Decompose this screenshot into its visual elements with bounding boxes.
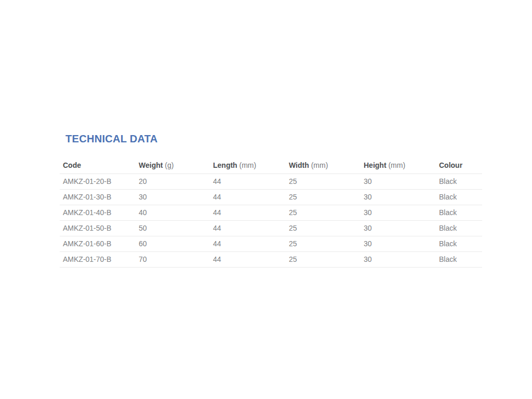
column-header-weight: Weight (g) [136,158,210,174]
cell-length: 44 [210,205,286,221]
column-header-height: Height (mm) [361,158,436,174]
column-header-colour: Colour [436,158,482,174]
column-unit-width: (mm) [309,161,328,169]
column-unit-weight: (g) [163,161,174,169]
cell-width: 25 [286,190,361,205]
table-row: AMKZ-01-40-B40442530Black [60,205,482,221]
cell-height: 30 [361,236,436,252]
cell-weight: 30 [136,190,210,205]
cell-height: 30 [361,252,436,268]
cell-code: AMKZ-01-70-B [60,252,136,268]
technical-data-title: TECHNICAL DATA [65,133,158,145]
column-unit-height: (mm) [387,161,406,169]
cell-height: 30 [361,190,436,205]
table-row: AMKZ-01-60-B60442530Black [60,236,482,252]
cell-colour: Black [436,205,482,221]
cell-weight: 20 [136,174,210,190]
cell-colour: Black [436,221,482,236]
cell-code: AMKZ-01-50-B [60,221,136,236]
cell-width: 25 [286,252,361,268]
cell-code: AMKZ-01-60-B [60,236,136,252]
product-page: TECHNICAL DATA CodeWeight (g)Length (mm)… [0,0,532,399]
cell-height: 30 [361,174,436,190]
column-header-length: Length (mm) [210,158,286,174]
cell-code: AMKZ-01-20-B [60,174,136,190]
cell-length: 44 [210,236,286,252]
column-header-width: Width (mm) [286,158,361,174]
table-body: AMKZ-01-20-B20442530BlackAMKZ-01-30-B304… [60,174,482,268]
table-row: AMKZ-01-50-B50442530Black [60,221,482,236]
column-unit-length: (mm) [237,161,257,169]
cell-length: 44 [210,190,286,205]
cell-length: 44 [210,252,286,268]
cell-colour: Black [436,174,482,190]
cell-height: 30 [361,221,436,236]
cell-colour: Black [436,190,482,205]
technical-data-table: CodeWeight (g)Length (mm)Width (mm)Heigh… [60,158,482,268]
cell-code: AMKZ-01-30-B [60,190,136,205]
table-row: AMKZ-01-30-B30442530Black [60,190,482,205]
column-header-code: Code [60,158,136,174]
cell-width: 25 [286,236,361,252]
cell-weight: 40 [136,205,210,221]
cell-weight: 50 [136,221,210,236]
cell-width: 25 [286,174,361,190]
cell-length: 44 [210,221,286,236]
table-head: CodeWeight (g)Length (mm)Width (mm)Heigh… [60,158,482,174]
table-header-row: CodeWeight (g)Length (mm)Width (mm)Heigh… [60,158,482,174]
cell-width: 25 [286,221,361,236]
table-row: AMKZ-01-20-B20442530Black [60,174,482,190]
cell-weight: 60 [136,236,210,252]
cell-weight: 70 [136,252,210,268]
cell-code: AMKZ-01-40-B [60,205,136,221]
cell-colour: Black [436,252,482,268]
table-row: AMKZ-01-70-B70442530Black [60,252,482,268]
cell-colour: Black [436,236,482,252]
cell-width: 25 [286,205,361,221]
cell-length: 44 [210,174,286,190]
cell-height: 30 [361,205,436,221]
